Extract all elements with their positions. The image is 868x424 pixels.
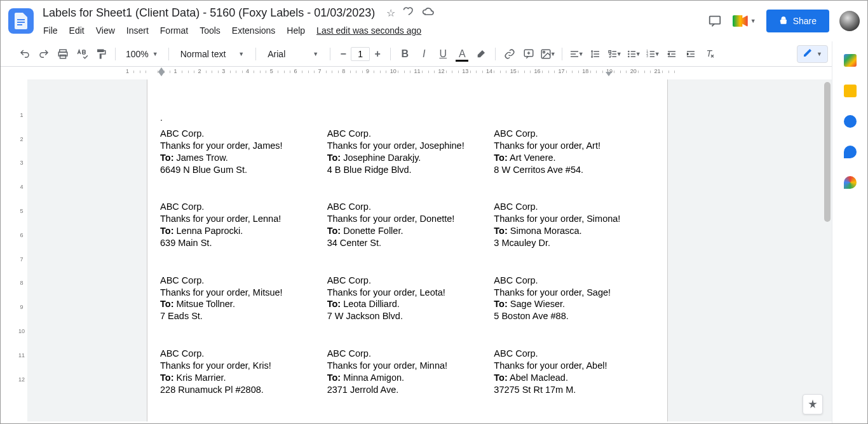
paragraph-style-select[interactable]: Normal text▼ bbox=[174, 49, 251, 59]
menu-view[interactable]: View bbox=[92, 23, 119, 38]
mailing-label[interactable]: ABC Corp. Thanks for your order, Minna! … bbox=[327, 348, 488, 395]
mailing-label[interactable]: ABC Corp. Thanks for your order, Josephi… bbox=[327, 128, 488, 175]
horizontal-ruler[interactable]: 1123456789101112131415161718192021 bbox=[1, 67, 867, 79]
editing-mode-button[interactable]: ▼ bbox=[797, 45, 828, 63]
vertical-scrollbar[interactable] bbox=[823, 79, 832, 421]
checklist-button[interactable]: ▼ bbox=[606, 45, 623, 63]
last-edit-link[interactable]: Last edit was seconds ago bbox=[312, 23, 426, 38]
title-block: Labels for Sheet1 (Client Data) - 5160 (… bbox=[39, 4, 707, 38]
scrollbar-thumb[interactable] bbox=[824, 82, 831, 222]
insert-link-button[interactable] bbox=[501, 45, 519, 63]
doc-title[interactable]: Labels for Sheet1 (Client Data) - 5160 (… bbox=[39, 5, 379, 21]
underline-button[interactable]: U bbox=[434, 45, 452, 63]
menu-bar: File Edit View Insert Format Tools Exten… bbox=[39, 23, 707, 38]
mailing-label[interactable]: ABC Corp. Thanks for your order, Donette… bbox=[327, 201, 488, 249]
star-icon[interactable]: ☆ bbox=[386, 7, 395, 19]
mailing-label[interactable]: ABC Corp. Thanks for your order, Simona!… bbox=[494, 201, 654, 249]
insert-image-button[interactable]: ▼ bbox=[539, 45, 557, 63]
move-icon[interactable] bbox=[403, 6, 414, 20]
account-avatar[interactable] bbox=[839, 11, 860, 31]
label-address: 7 Eads St. bbox=[160, 310, 321, 322]
highlight-button[interactable] bbox=[472, 45, 490, 63]
zoom-select[interactable]: 100%▼ bbox=[121, 49, 163, 59]
mailing-label[interactable]: ABC Corp. Thanks for your order, Abel! T… bbox=[494, 348, 654, 395]
paint-format-button[interactable] bbox=[92, 45, 110, 63]
add-comment-button[interactable] bbox=[520, 45, 538, 63]
label-greeting: Thanks for your order, Art! bbox=[494, 140, 654, 152]
comments-icon[interactable] bbox=[707, 13, 722, 29]
label-to: To: Simona Morasca. bbox=[494, 225, 654, 237]
spellcheck-button[interactable] bbox=[73, 45, 91, 63]
font-size-increase[interactable]: + bbox=[370, 46, 385, 62]
svg-point-10 bbox=[543, 51, 545, 53]
svg-rect-11 bbox=[609, 50, 611, 52]
bulleted-list-button[interactable]: ▼ bbox=[625, 45, 642, 63]
mailing-label[interactable]: ABC Corp. Thanks for your order, Graciel… bbox=[327, 421, 488, 422]
menu-file[interactable]: File bbox=[39, 23, 62, 38]
menu-extensions[interactable]: Extensions bbox=[227, 23, 280, 38]
text-color-button[interactable]: A bbox=[453, 45, 471, 63]
menu-help[interactable]: Help bbox=[282, 23, 309, 38]
italic-button[interactable]: I bbox=[415, 45, 433, 63]
numbered-list-button[interactable]: 123▼ bbox=[644, 45, 661, 63]
label-greeting: Thanks for your order, Lenna! bbox=[160, 213, 321, 225]
label-address: 6649 N Blue Gum St. bbox=[160, 164, 321, 176]
label-to: To: Kris Marrier. bbox=[160, 372, 321, 384]
menu-format[interactable]: Format bbox=[156, 23, 193, 38]
label-company: ABC Corp. bbox=[494, 348, 654, 360]
mailing-label[interactable]: ABC Corp. Thanks for your order, Mitsue!… bbox=[160, 275, 321, 322]
tasks-app-icon[interactable] bbox=[844, 115, 857, 128]
label-address: 3 Mcauley Dr. bbox=[494, 237, 654, 249]
mailing-label[interactable]: ABC Corp. Thanks for your order, Leota! … bbox=[327, 275, 488, 322]
decrease-indent-button[interactable] bbox=[663, 45, 681, 63]
align-button[interactable]: ▼ bbox=[567, 45, 585, 63]
menu-tools[interactable]: Tools bbox=[195, 23, 225, 38]
label-to: To: Mitsue Tollner. bbox=[160, 298, 321, 310]
label-greeting: Thanks for your order, James! bbox=[160, 140, 321, 152]
share-button[interactable]: Share bbox=[766, 10, 829, 32]
maps-app-icon[interactable] bbox=[844, 176, 857, 189]
increase-indent-button[interactable] bbox=[682, 45, 700, 63]
font-size-input[interactable]: 1 bbox=[351, 47, 370, 61]
undo-button[interactable] bbox=[16, 45, 34, 63]
menu-edit[interactable]: Edit bbox=[65, 23, 89, 38]
label-to: To: Art Venere. bbox=[494, 152, 654, 164]
font-size-decrease[interactable]: − bbox=[336, 46, 351, 62]
label-address: 37275 St Rt 17m M. bbox=[494, 384, 654, 396]
mailing-label[interactable]: ABC Corp. Thanks for your order, Lenna! … bbox=[160, 201, 321, 249]
label-company: ABC Corp. bbox=[160, 421, 321, 422]
mailing-label[interactable]: ABC Corp. Thanks for your order, Cammy! … bbox=[494, 421, 654, 422]
label-greeting: Thanks for your order, Kris! bbox=[160, 360, 321, 372]
meet-button[interactable]: ▼ bbox=[733, 15, 756, 27]
cloud-status-icon[interactable] bbox=[422, 6, 435, 19]
label-greeting: Thanks for your order, Sage! bbox=[494, 287, 654, 299]
header-actions: ▼ Share bbox=[707, 10, 860, 32]
label-to: To: Abel Maclead. bbox=[494, 372, 654, 384]
label-greeting: Thanks for your order, Simona! bbox=[494, 213, 654, 225]
svg-point-12 bbox=[628, 51, 628, 51]
contacts-app-icon[interactable] bbox=[844, 146, 857, 158]
line-spacing-button[interactable] bbox=[587, 45, 604, 63]
clear-formatting-button[interactable] bbox=[701, 45, 719, 63]
vertical-ruler[interactable]: 123456789101112 bbox=[16, 79, 27, 423]
mailing-label[interactable]: ABC Corp. Thanks for your order, Kiley! … bbox=[160, 421, 321, 422]
menu-insert[interactable]: Insert bbox=[122, 23, 153, 38]
font-select[interactable]: Arial▼ bbox=[261, 49, 325, 59]
print-button[interactable] bbox=[54, 45, 72, 63]
mailing-label[interactable]: ABC Corp. Thanks for your order, Sage! T… bbox=[494, 275, 654, 322]
explore-button[interactable] bbox=[803, 394, 823, 414]
label-company: ABC Corp. bbox=[327, 128, 488, 140]
keep-app-icon[interactable] bbox=[844, 85, 857, 97]
document-page[interactable]: . ABC Corp. Thanks for your order, James… bbox=[147, 79, 668, 421]
label-address: 4 B Blue Ridge Blvd. bbox=[327, 164, 488, 176]
label-company: ABC Corp. bbox=[327, 421, 488, 422]
bold-button[interactable]: B bbox=[396, 45, 414, 63]
docs-logo[interactable] bbox=[8, 8, 34, 34]
calendar-app-icon[interactable] bbox=[844, 54, 857, 67]
mailing-label[interactable]: ABC Corp. Thanks for your order, Kris! T… bbox=[160, 348, 321, 395]
label-greeting: Thanks for your order, Abel! bbox=[494, 360, 654, 372]
redo-button[interactable] bbox=[35, 45, 53, 63]
mailing-label[interactable]: ABC Corp. Thanks for your order, Art! To… bbox=[494, 128, 654, 175]
document-canvas[interactable]: . ABC Corp. Thanks for your order, James… bbox=[27, 79, 832, 421]
mailing-label[interactable]: ABC Corp. Thanks for your order, James! … bbox=[160, 128, 321, 175]
